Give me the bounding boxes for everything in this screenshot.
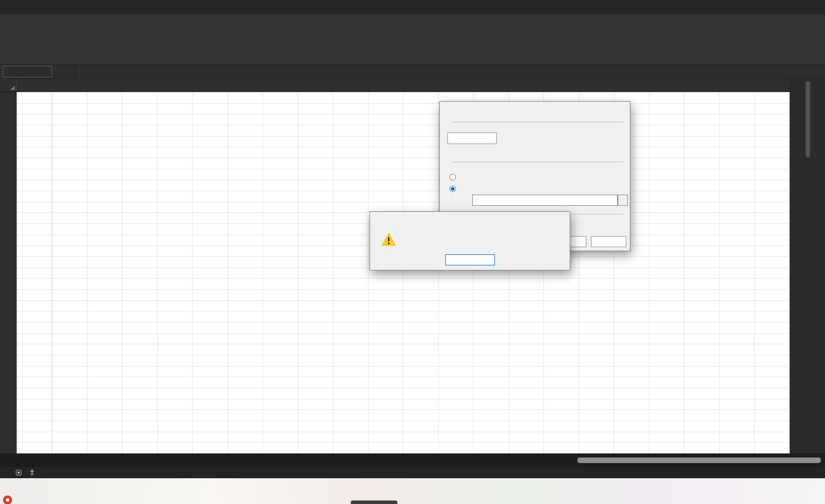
- horizontal-scrollbar-thumb[interactable]: [577, 457, 821, 463]
- row-header-column: [0, 92, 17, 453]
- existing-worksheet-radio[interactable]: [449, 186, 456, 192]
- location-input[interactable]: [472, 195, 618, 206]
- sheet-nav: [0, 454, 24, 466]
- status-bar: [0, 466, 825, 478]
- taskbar-app-icons[interactable]: [351, 500, 397, 504]
- macro-record-icon[interactable]: [16, 470, 22, 476]
- close-icon[interactable]: [549, 212, 569, 227]
- spreadsheet-cells[interactable]: [17, 92, 790, 453]
- excel-window: [0, 0, 825, 504]
- warning-icon: [381, 232, 396, 249]
- cancel-button[interactable]: [591, 236, 626, 247]
- choose-connection-button[interactable]: [447, 132, 497, 144]
- ribbon: [0, 14, 825, 65]
- help-icon[interactable]: [590, 102, 610, 118]
- name-box[interactable]: [3, 66, 52, 77]
- ribbon-tab-bar: [0, 0, 825, 14]
- name-box-input[interactable]: [3, 68, 44, 75]
- vertical-scrollbar-area[interactable]: [790, 79, 825, 453]
- vertical-scrollbar-thumb[interactable]: [805, 81, 810, 157]
- ok-button[interactable]: [445, 254, 495, 265]
- dialog-title: [370, 212, 570, 227]
- accessibility-icon[interactable]: [29, 469, 35, 476]
- formula-input[interactable]: [79, 65, 825, 78]
- excel-alert-dialog: [370, 211, 570, 270]
- sheet-tab-bar: [0, 453, 825, 466]
- column-header-row: [0, 79, 790, 92]
- windows-taskbar: [0, 478, 825, 504]
- taskbar-notification-icon[interactable]: [3, 495, 12, 504]
- select-all-corner[interactable]: [0, 79, 17, 91]
- new-worksheet-radio[interactable]: [449, 174, 456, 180]
- close-icon[interactable]: [610, 102, 629, 118]
- new-sheet-button[interactable]: [31, 454, 41, 466]
- range-select-icon[interactable]: [618, 195, 628, 206]
- formula-bar: [0, 65, 825, 79]
